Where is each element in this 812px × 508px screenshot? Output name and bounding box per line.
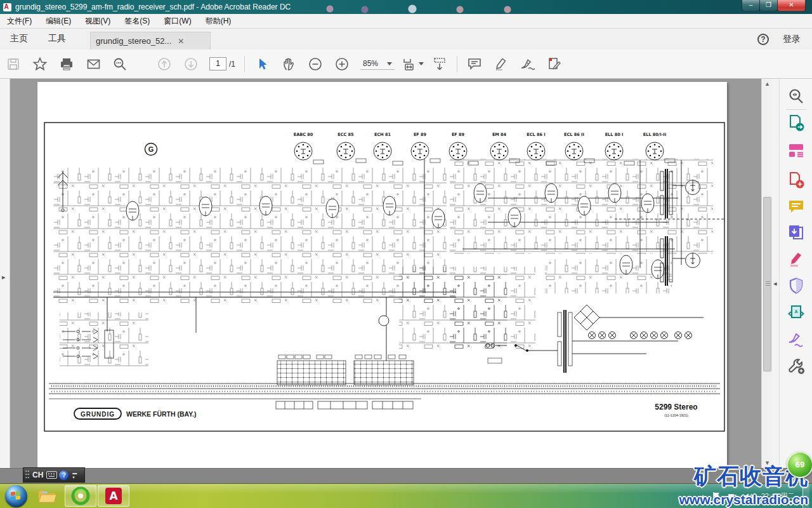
restore-button[interactable]: ❐ — [759, 0, 778, 11]
page-scrolling-button[interactable] — [429, 53, 450, 75]
select-tool-button[interactable] — [251, 53, 273, 75]
tray-expand-arrow[interactable]: ▲ — [700, 493, 705, 499]
taskbar-browser-button[interactable] — [65, 485, 96, 507]
scrollbar-thumb[interactable] — [763, 197, 771, 371]
window-bottom-frame — [0, 468, 812, 483]
scroll-up-arrow[interactable]: ▲ — [762, 81, 773, 87]
tab-close-icon[interactable]: ✕ — [178, 37, 184, 46]
hand-icon — [282, 57, 296, 71]
minus-circle-icon — [308, 57, 323, 72]
menu-edit[interactable]: 编辑(E) — [39, 14, 78, 29]
tab-home[interactable]: 主页 — [0, 29, 38, 50]
next-page-button[interactable] — [180, 53, 202, 75]
sign-tool-button[interactable] — [787, 330, 805, 348]
print-button[interactable] — [56, 53, 77, 75]
compress-pdf-button[interactable]: A — [787, 304, 805, 321]
nav-pane-expand-arrow[interactable]: ▸ — [2, 273, 6, 281]
language-indicator[interactable]: CH — [32, 471, 43, 479]
tab-tools[interactable]: 工具 — [38, 29, 76, 50]
model-label: 5299 Stereo (11-1204-1921) — [655, 403, 697, 417]
highlighter-icon — [494, 57, 509, 72]
highlight-button[interactable] — [490, 53, 512, 75]
menu-window[interactable]: 窗口(W) — [157, 14, 198, 29]
tube-label: ECL 86 II — [564, 132, 584, 137]
browser-icon — [71, 486, 90, 505]
comment-tool-button[interactable] — [787, 198, 805, 216]
tube-label: EF 89 — [452, 132, 465, 137]
tab-document-label: grundig_stereo_52... — [96, 36, 171, 46]
sign-button[interactable] — [517, 53, 539, 75]
memory-optimizer-ball[interactable]: 69 — [787, 451, 812, 478]
menu-help[interactable]: 帮助(H) — [199, 14, 239, 29]
parts-list-band — [49, 384, 720, 409]
organize-pages-button[interactable] — [787, 141, 805, 159]
compress-pdf-icon: A — [787, 304, 805, 321]
help-icon[interactable]: ? — [757, 34, 769, 45]
hand-tool-button[interactable] — [278, 53, 299, 75]
menu-file[interactable]: 文件(F) — [0, 14, 39, 29]
minimize-button[interactable]: – — [742, 0, 760, 11]
menu-view[interactable]: 视图(V) — [78, 14, 117, 29]
save-button[interactable] — [3, 53, 24, 75]
ime-help-icon[interactable]: ? — [59, 471, 69, 480]
show-desktop-button[interactable] — [802, 484, 809, 508]
export-pdf-icon — [787, 114, 805, 132]
scrollbar-grip — [766, 281, 770, 286]
zoom-out-button[interactable] — [304, 53, 326, 75]
keyboard-icon[interactable] — [46, 471, 57, 479]
taskbar-acrobat-button[interactable]: A — [98, 485, 129, 507]
fill-highlight-button[interactable] — [787, 250, 805, 268]
language-bar[interactable]: CH ? ▬▾ — [23, 467, 85, 483]
create-pdf-button[interactable] — [787, 171, 805, 189]
comment-tool-icon — [787, 198, 805, 216]
taskbar-explorer-button[interactable] — [32, 485, 63, 508]
menu-sign[interactable]: 签名(S) — [117, 14, 157, 29]
tube-label: EABC 80 — [294, 132, 313, 137]
drag-handle-icon[interactable] — [25, 470, 30, 480]
tab-document[interactable]: grundig_stereo_52... ✕ — [90, 32, 211, 50]
chevron-down-icon — [419, 62, 424, 65]
system-tray: ▲ 22:49 周二 — [700, 484, 812, 508]
fit-width-icon — [402, 57, 417, 72]
envelope-icon — [86, 57, 101, 71]
volume-icon[interactable] — [743, 492, 753, 501]
protect-pdf-button[interactable] — [787, 277, 805, 295]
svg-text:G: G — [148, 145, 154, 153]
band-switch-matrix — [277, 355, 414, 385]
combine-files-button[interactable] — [787, 224, 805, 241]
close-button[interactable]: ✕ — [777, 0, 806, 11]
zoom-in-button[interactable] — [331, 53, 353, 75]
comment-button[interactable] — [464, 53, 485, 75]
vertical-scrollbar[interactable]: ▲ ▼ — [761, 79, 772, 468]
fit-width-button[interactable] — [402, 53, 424, 75]
nav-pane-collapsed: ▸ — [0, 79, 10, 468]
organize-pages-icon — [787, 141, 805, 159]
search-tool-button[interactable] — [787, 88, 805, 105]
document-viewport[interactable]: G — [11, 79, 761, 468]
language-bar-options-icon[interactable]: ▬▾ — [72, 471, 77, 479]
page-total-label: /1 — [229, 60, 235, 69]
wrench-icon — [787, 357, 805, 375]
title-bar: grundig_stereo_5299_am-fm_radio_receiver… — [0, 0, 812, 14]
floppy-icon — [6, 57, 20, 71]
zoom-level-select[interactable]: 85% — [360, 58, 395, 70]
comment-bubble-icon — [467, 57, 482, 72]
search-button[interactable] — [109, 53, 131, 75]
tray-clock[interactable]: 22:49 周二 — [759, 491, 797, 501]
previous-page-button[interactable] — [154, 53, 175, 75]
tab-bar: 主页 工具 grundig_stereo_52... ✕ ? 登录 — [0, 29, 812, 50]
arrow-down-circle-icon — [183, 57, 199, 72]
favorite-button[interactable] — [29, 53, 51, 75]
email-button[interactable] — [82, 53, 104, 75]
action-center-flag-icon[interactable] — [711, 491, 721, 502]
login-button[interactable]: 登录 — [783, 34, 801, 45]
network-plug-icon[interactable] — [727, 492, 737, 501]
export-pdf-button[interactable] — [787, 114, 805, 132]
start-button[interactable] — [5, 485, 27, 507]
corner-logo: G — [145, 144, 157, 156]
more-tools-button[interactable] — [544, 53, 565, 75]
tools-pane-expand-arrow[interactable]: ◂ — [773, 279, 777, 288]
more-tools-sidebar-button[interactable] — [787, 357, 805, 375]
page-number-input[interactable]: 1 — [209, 57, 226, 70]
scroll-down-arrow[interactable]: ▼ — [762, 460, 773, 466]
